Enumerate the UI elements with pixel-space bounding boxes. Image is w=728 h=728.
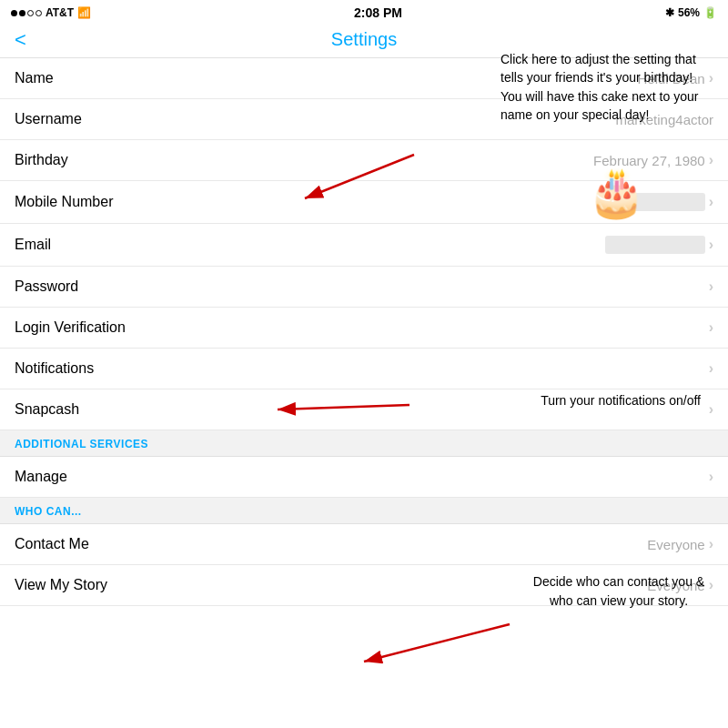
contact-me-row[interactable]: Contact Me Everyone › — [0, 524, 728, 565]
name-label: Name — [15, 70, 54, 86]
notifications-label: Notifications — [15, 360, 94, 377]
status-left: AT&T ️📶 — [11, 6, 91, 19]
name-value-group: Heidi Dean › — [637, 70, 713, 86]
back-button[interactable]: < — [15, 28, 26, 52]
mobile-label: Mobile Number — [15, 194, 113, 210]
password-row[interactable]: Password › — [0, 267, 728, 308]
wifi-icon: ️📶 — [77, 6, 91, 19]
settings-section-whocan: Contact Me Everyone › View My Story Ever… — [0, 524, 728, 606]
snapcash-label: Snapcash — [15, 401, 79, 418]
login-verification-chevron: › — [709, 319, 713, 336]
login-verification-label: Login Verification — [15, 319, 126, 336]
whocan-arrow — [364, 624, 510, 662]
password-label: Password — [15, 278, 78, 295]
view-my-story-value: Everyone — [647, 578, 704, 593]
view-my-story-value-group: Everyone › — [647, 577, 713, 593]
notifications-chevron: › — [709, 360, 713, 377]
page-title: Settings — [331, 29, 397, 50]
nav-bar: < Settings — [0, 24, 728, 58]
username-value: marketing4actor — [615, 112, 713, 127]
manage-chevron: › — [709, 469, 713, 485]
birthday-value: February 27, 1980 — [593, 153, 705, 168]
view-my-story-row[interactable]: View My Story Everyone › — [0, 565, 728, 606]
snapcash-value-group: › — [709, 401, 713, 418]
mobile-masked — [605, 193, 705, 211]
snapcash-row[interactable]: Snapcash › — [0, 389, 728, 430]
view-my-story-chevron: › — [709, 577, 713, 593]
manage-row[interactable]: Manage › — [0, 457, 728, 498]
bluetooth-icon: ✱ — [665, 6, 674, 19]
username-value-group: marketing4actor — [615, 112, 713, 127]
status-right: ✱ 56% 🔋 — [665, 6, 717, 19]
email-chevron: › — [709, 237, 713, 253]
signal-dots — [11, 10, 42, 16]
mobile-row[interactable]: Mobile Number › — [0, 181, 728, 224]
manage-label: Manage — [15, 469, 67, 485]
birthday-chevron: › — [709, 152, 713, 168]
email-row[interactable]: Email › — [0, 224, 728, 267]
mobile-value-group: › — [605, 193, 713, 211]
snapcash-chevron: › — [709, 401, 713, 418]
contact-me-chevron: › — [709, 536, 713, 552]
carrier-label: AT&T — [46, 6, 74, 19]
notifications-row[interactable]: Notifications › — [0, 349, 728, 389]
username-label: Username — [15, 111, 82, 127]
name-chevron: › — [709, 70, 713, 86]
additional-services-header: ADDITIONAL SERVICES — [0, 430, 728, 457]
password-chevron: › — [709, 278, 713, 295]
login-verification-row[interactable]: Login Verification › — [0, 308, 728, 349]
contact-me-value: Everyone — [647, 537, 704, 552]
signal-dot-3 — [27, 10, 34, 16]
password-value-group: › — [709, 278, 713, 295]
signal-dot-1 — [11, 10, 17, 16]
contact-me-value-group: Everyone › — [647, 536, 713, 552]
status-time: 2:08 PM — [354, 5, 402, 20]
name-value: Heidi Dean — [637, 71, 704, 86]
mobile-chevron: › — [709, 194, 713, 210]
email-value-group: › — [605, 236, 713, 254]
manage-value-group: › — [709, 469, 713, 485]
signal-dot-2 — [19, 10, 25, 16]
who-can-header: WHO CAN... — [0, 498, 728, 524]
birthday-label: Birthday — [15, 152, 68, 168]
username-row[interactable]: Username marketing4actor — [0, 99, 728, 140]
view-my-story-label: View My Story — [15, 577, 107, 593]
battery-percent: 56% — [678, 6, 700, 19]
login-verification-value-group: › — [709, 319, 713, 336]
settings-section-additional: Manage › — [0, 457, 728, 498]
birthday-row[interactable]: Birthday February 27, 1980 › — [0, 140, 728, 181]
notifications-value-group: › — [709, 360, 713, 377]
battery-icon: 🔋 — [703, 6, 717, 19]
email-label: Email — [15, 237, 51, 253]
birthday-value-group: February 27, 1980 › — [593, 152, 713, 168]
signal-dot-4 — [35, 10, 42, 16]
status-bar: AT&T ️📶 2:08 PM ✱ 56% 🔋 — [0, 0, 728, 24]
contact-me-label: Contact Me — [15, 536, 89, 552]
email-masked — [605, 236, 705, 254]
name-row[interactable]: Name Heidi Dean › — [0, 58, 728, 99]
settings-section-main: Name Heidi Dean › Username marketing4act… — [0, 58, 728, 430]
